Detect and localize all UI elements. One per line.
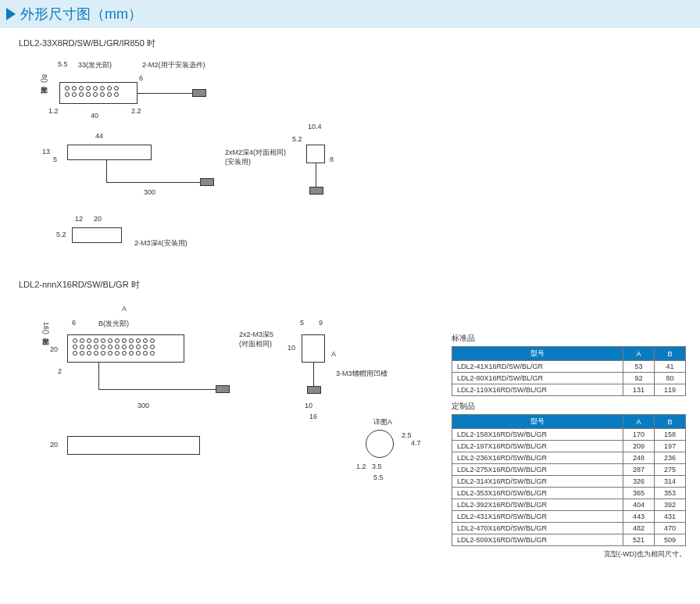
dim-5-2: 5.2 [56,231,66,238]
dim-300b: 300 [138,402,149,409]
cell-model: LDL2-431X16RD/SW/BL/GR [452,511,623,523]
dim-5-5: 5.5 [58,60,68,68]
dim-5b: 5 [300,319,304,327]
drawing1-bottom [72,227,122,243]
dim-4-7: 4.7 [411,439,421,447]
dim-9: 9 [319,319,323,327]
dim-12: 12 [75,215,83,223]
dim-5-5b: 5.5 [373,474,384,481]
dim-8: 8(发光部) [39,74,49,83]
cell-b: 41 [655,361,686,373]
cell-model: LDL2-197X16RD/SW/BL/GR [452,441,623,452]
connector-icon [309,187,323,195]
cell-a: 482 [623,523,655,534]
drawing1-right [306,145,325,163]
cell-a: 365 [623,488,655,499]
col-model: 型号 [452,415,623,429]
dim-2m2: 2-M2(用于安装选件) [142,60,205,70]
cell-model: LDL2-470X16RD/SW/BL/GR [452,523,623,534]
dim-8b: 8 [330,155,334,163]
table-row: LDL2-509X16RD/SW/BL/GR521509 [452,534,686,546]
col-a: A [623,415,655,429]
cell-model: LDL2-509X16RD/SW/BL/GR [452,534,623,546]
cell-model: LDL2-41X16RD/SW/BL/GR [452,361,623,373]
table-row: LDL2-236X16RD/SW/BL/GR248236 [452,452,686,464]
dim-20: 20 [94,215,102,223]
dim-install: (安装用) [225,157,251,167]
table-footnote: 宽型(-WD)也为相同尺寸。 [452,549,686,559]
table-row: LDL2-197X16RD/SW/BL/GR209197 [452,441,686,452]
detailA-label: 详图A [373,417,392,427]
cell-a: 170 [623,429,655,441]
cell-a: 53 [623,361,655,373]
dim-300: 300 [144,188,155,196]
table-row: LDL2-41X16RD/SW/BL/GR5341 [452,361,686,373]
drawing2-right [302,334,325,363]
dim-20c: 20 [50,441,58,449]
section1-label: LDL2-33X8RD/SW/BL/GR/IR850 时 [19,38,688,49]
dim-facing: (对面相同) [239,339,272,349]
cell-model: LDL2-158X16RD/SW/BL/GR [452,429,623,441]
cell-model: LDL2-353X16RD/SW/BL/GR [452,488,623,499]
drawing-set-1: 5.5 33(发光部) 2-M2(用于安装选件) 8(发光部) 1.2 6 40… [12,55,688,274]
connector-icon [307,386,321,394]
dim-10d: 10 [305,402,312,409]
dim-2-2: 2.2 [131,107,141,115]
dim-A: A [122,305,127,313]
dim-5-2b: 5.2 [292,135,302,143]
custom-table: 型号 A B LDL2-158X16RD/SW/BL/GR170158LDL2-… [452,414,686,546]
cell-a: 404 [623,499,655,511]
cell-b: 392 [655,499,686,511]
dim-3-5: 3.5 [372,463,382,470]
dim-10c: 10 [288,344,295,352]
header-band: 外形尺寸图（mm） [0,0,700,28]
dim-1-2: 1.2 [48,107,59,115]
dim-2-5: 2.5 [402,431,412,439]
cell-model: LDL2-275X16RD/SW/BL/GR [452,464,623,476]
drawing1-side [67,145,152,160]
dim-20-2: 20 [50,345,58,353]
col-a: A [623,347,655,361]
cell-a: 131 [623,384,655,396]
cell-a: 209 [623,441,655,452]
drawing1-top [59,82,138,104]
connector-icon [200,178,214,186]
table-row: LDL2-158X16RD/SW/BL/GR170158 [452,429,686,441]
table-row: LDL2-119X16RD/SW/BL/GR131119 [452,384,686,396]
cell-a: 287 [623,464,655,476]
cell-b: 275 [655,464,686,476]
cell-b: 158 [655,429,686,441]
cell-b: 314 [655,476,686,488]
cell-b: 353 [655,488,686,499]
col-b: B [655,415,686,429]
std-table-title: 标准品 [452,333,686,344]
cell-model: LDL2-119X16RD/SW/BL/GR [452,384,623,396]
drawing2-top [67,334,184,363]
page-title: 外形尺寸图（mm） [20,5,142,23]
section2-label: LDL2-nnnX16RD/SW/BL/GR 时 [19,279,688,291]
dim-1-2b: 1.2 [356,463,366,470]
table-row: LDL2-470X16RD/SW/BL/GR482470 [452,523,686,534]
dim-44: 44 [95,132,103,140]
dim-16b: 16 [309,413,317,420]
table-row: LDL2-353X16RD/SW/BL/GR365353 [452,488,686,499]
cell-model: LDL2-314X16RD/SW/BL/GR [452,476,623,488]
connector-icon [216,385,230,393]
std-table: 型号 A B LDL2-41X16RD/SW/BL/GR5341LDL2-80X… [452,346,686,396]
drawing2-detailA [366,430,394,458]
tables-column: 标准品 型号 A B LDL2-41X16RD/SW/BL/GR5341LDL2… [452,328,686,559]
dim-3m3: 3-M3螺帽用凹槽 [336,369,388,379]
col-model: 型号 [452,347,623,361]
dim-40: 40 [91,112,98,120]
dim-10-4: 10.4 [308,123,322,130]
table-row: LDL2-80X16RD/SW/BL/GR9280 [452,373,686,384]
cell-model: LDL2-80X16RD/SW/BL/GR [452,373,623,384]
cell-b: 236 [655,452,686,464]
dim-2b: 2 [58,367,62,375]
cell-a: 248 [623,452,655,464]
dim-6b: 6 [72,319,76,327]
cell-b: 470 [655,523,686,534]
cell-a: 443 [623,511,655,523]
custom-table-title: 定制品 [452,401,686,412]
cell-model: LDL2-392X16RD/SW/BL/GR [452,499,623,511]
